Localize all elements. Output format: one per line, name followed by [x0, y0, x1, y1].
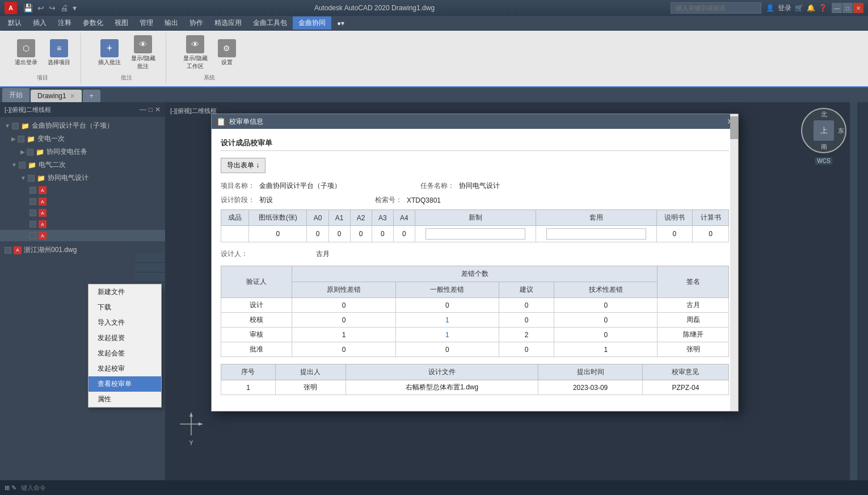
tree-checkbox-file2[interactable] [30, 198, 36, 205]
search-input[interactable] [671, 2, 761, 14]
tab-drawing1[interactable]: Drawing1 ✕ [31, 90, 82, 102]
sidebar-minimize-btn[interactable]: — [140, 106, 146, 114]
tree-node-file2[interactable]: A [0, 196, 165, 207]
menu-default[interactable]: 默认 [2, 16, 27, 30]
menu-more[interactable]: ●▾ [331, 18, 350, 29]
sidebar-close-btn[interactable]: ✕ [155, 106, 161, 114]
modal-scrollbar[interactable] [730, 114, 738, 411]
menu-bar: 默认 插入 注释 参数化 视图 管理 输出 协作 精选应用 金曲工具包 金曲协同… [0, 16, 868, 31]
tab-drawing1-close[interactable]: ✕ [70, 93, 75, 100]
window-controls: — □ ✕ [832, 3, 863, 13]
error-table-row: 校核 0 1 0 0 周磊 [221, 313, 729, 328]
menu-insert[interactable]: 插入 [27, 16, 52, 30]
login-label[interactable]: 登录 [778, 3, 791, 13]
cell-reuse[interactable] [536, 226, 656, 242]
ribbon-btn-logout[interactable]: ⬡ 退出登录 [11, 37, 41, 69]
ribbon-btn-select-project[interactable]: ≡ 选择项目 [44, 37, 74, 69]
print-icon[interactable]: 🖨 [58, 2, 70, 14]
more-icon[interactable]: ▾ [71, 2, 78, 14]
tree-checkbox-substation[interactable] [18, 136, 24, 142]
compass-center-btn[interactable]: 上 [814, 120, 834, 141]
cell-p2: 0 [395, 342, 499, 357]
ribbon-btn-toggle-note[interactable]: 👁 显示/隐藏批注 [128, 33, 159, 73]
panel-resource[interactable]: 提资区 [135, 263, 165, 272]
tree-node-file4[interactable]: A [0, 219, 165, 230]
close-button[interactable]: ✕ [853, 3, 863, 13]
tree-checkbox-file4[interactable] [30, 221, 36, 228]
ribbon-btn-toggle-workspace[interactable]: 👁 显示/隐藏工作区 [180, 33, 211, 73]
ctx-send-resource[interactable]: 发起提资 [89, 330, 161, 346]
ctx-new-file[interactable]: 新建文件 [89, 284, 161, 300]
tree-checkbox-elec-design[interactable] [28, 175, 35, 182]
ribbon-group-system-label: 系统 [204, 74, 215, 82]
tree-checkbox-root[interactable] [12, 123, 19, 129]
ribbon-group-project-label: 项目 [37, 74, 48, 82]
new-input[interactable] [425, 228, 525, 240]
undo-icon[interactable]: ↩ [36, 2, 46, 14]
menu-jintool[interactable]: 金曲工具包 [247, 16, 293, 30]
ctx-start-countersign[interactable]: 发起会签 [89, 346, 161, 361]
tree-checkbox-file1[interactable] [30, 187, 36, 194]
tree-checkbox-collab-task[interactable] [27, 149, 33, 156]
panel-countersign[interactable]: 会签区 [135, 272, 165, 282]
reuse-input[interactable] [546, 228, 646, 240]
menu-manage[interactable]: 管理 [134, 16, 159, 30]
export-btn[interactable]: 导出表单 ↓ [221, 158, 266, 173]
tree-node-root[interactable]: ▼ 📁 金曲协同设计平台（子项） [0, 119, 165, 132]
ctx-start-review[interactable]: 发起校审 [89, 361, 161, 376]
help-icon[interactable]: ❓ [819, 4, 827, 12]
tab-add-button[interactable]: + [83, 90, 100, 102]
cell-new[interactable] [415, 226, 536, 242]
menu-output[interactable]: 输出 [159, 16, 184, 30]
redo-icon[interactable]: ↪ [47, 2, 57, 14]
ribbon-buttons-project: ⬡ 退出登录 ≡ 选择项目 [11, 33, 74, 73]
ribbon-btn-settings[interactable]: ⚙ 设置 [214, 37, 239, 69]
sidebar-maximize-btn[interactable]: □ [149, 106, 153, 114]
panel-design[interactable]: 设计区 [135, 253, 165, 263]
task-value: 协同电气设计 [459, 181, 500, 191]
ribbon-btn-insert-note[interactable]: + 插入批注 [95, 37, 124, 69]
menu-jincollab[interactable]: 金曲协同 [293, 16, 331, 30]
ctx-download[interactable]: 下载 [89, 300, 161, 315]
tree-node-substation[interactable]: ▶ 📁 变电一次 [0, 132, 165, 145]
designer-label: 设计人： [221, 249, 248, 259]
col-manual: 说明书 [656, 210, 693, 226]
tree-checkbox-file3[interactable] [30, 209, 36, 216]
tree-node-electric[interactable]: ▼ 📁 电气二次 [0, 158, 165, 171]
minimize-button[interactable]: — [832, 3, 842, 13]
ctx-import[interactable]: 导入文件 [89, 315, 161, 330]
drawing-scrollbar[interactable] [850, 102, 858, 480]
tree-node-collab-task[interactable]: ▶ 📁 协同变电任务 [0, 145, 165, 158]
save-icon[interactable]: 💾 [22, 2, 35, 14]
wcs-label[interactable]: WCS [815, 157, 832, 165]
menu-parametric[interactable]: 参数化 [77, 16, 109, 30]
window-title: Autodesk AutoCAD 2020 Drawing1.dwg [78, 4, 671, 12]
tree-node-file3[interactable]: A [0, 207, 165, 219]
menu-annotate[interactable]: 注释 [52, 16, 77, 30]
bell-icon: 🔔 [807, 4, 815, 12]
stage-info: 设计阶段： 初设 [221, 195, 273, 205]
menu-view[interactable]: 视图 [109, 16, 134, 30]
modal-scrollbar-thumb[interactable] [730, 116, 738, 139]
error-table-row: 审核 1 1 2 0 陈继开 [221, 328, 729, 342]
cell-role: 校核 [221, 313, 292, 328]
menu-collaborate[interactable]: 协作 [184, 16, 209, 30]
tree-checkbox-electric[interactable] [19, 162, 26, 169]
cell-role: 设计 [221, 298, 292, 313]
tree-checkbox-file5[interactable] [30, 232, 36, 239]
maximize-button[interactable]: □ [842, 3, 853, 13]
menu-featured[interactable]: 精选应用 [209, 16, 247, 30]
tree-node-file1[interactable]: A [0, 184, 165, 196]
tree-checkbox-dwg[interactable] [5, 247, 11, 254]
tree-node-elec-design[interactable]: ▼ 📁 协同电气设计 [0, 171, 165, 184]
ctx-properties[interactable]: 属性 [89, 392, 161, 407]
tree-node-file5[interactable]: A [0, 230, 165, 241]
tab-start[interactable]: 开始 [2, 88, 30, 102]
cmd-input[interactable] [21, 484, 863, 491]
modal-review-info: 📋 校审单信息 ✕ 设计成品校审单 导出表单 ↓ 项目名称： [211, 114, 739, 412]
compass-south: 南 [821, 142, 827, 151]
cell-p1: 0 [292, 313, 395, 328]
ribbon-buttons-system: 👁 显示/隐藏工作区 ⚙ 设置 [180, 33, 239, 73]
ctx-view-review[interactable]: 查看校审单 [89, 376, 161, 392]
stage-label: 设计阶段： [221, 195, 255, 205]
